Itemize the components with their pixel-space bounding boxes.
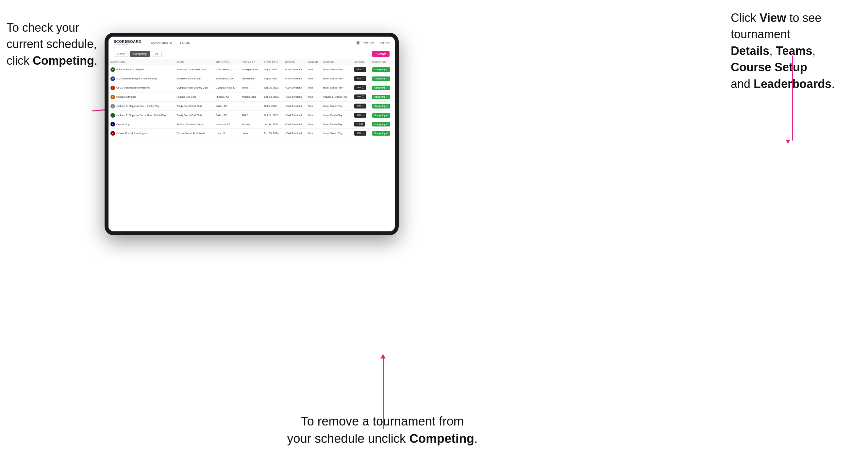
scoreboard-title: SCOREBOARD: [114, 40, 141, 43]
cell-start-date: Jan 14, 2024: [262, 120, 283, 129]
cell-start-date: Sep 15, 2023: [262, 83, 283, 92]
view-button[interactable]: View ⓘ: [354, 131, 366, 136]
cell-competing: Competing: [370, 92, 395, 102]
competing-button[interactable]: Competing: [372, 86, 391, 90]
cell-hosted-by: ABAC: [240, 111, 262, 120]
cell-gender: Men: [306, 83, 321, 92]
cell-actions: View ⓘ: [352, 111, 370, 120]
cell-city: Maricopa, AZ: [214, 120, 240, 129]
arrow-bottom-line: [383, 357, 384, 429]
event-name-text: 2023 Sahalee Players Championship: [116, 77, 157, 80]
cell-hosted-by: Hawaii: [240, 129, 262, 138]
edit-button[interactable]: ✏ Edit: [354, 122, 365, 126]
tab-all[interactable]: All: [152, 51, 162, 57]
cell-event-name: H John A. Burns Intercollegiate: [108, 129, 175, 138]
team-logo: W: [111, 76, 115, 81]
cell-scoring: team, Match Play: [321, 111, 352, 120]
view-button[interactable]: View ⓘ: [354, 113, 366, 118]
bottom-annotation: To remove a tournament from your schedul…: [268, 413, 497, 447]
tab-home[interactable]: Home: [114, 51, 128, 57]
cell-start-date: Oct 9, 2023: [262, 102, 283, 111]
cell-city: Olympia Fields, IL: [214, 83, 240, 92]
col-scoring: SCORING: [321, 59, 352, 65]
cell-hosted-by: Michigan State: [240, 65, 262, 74]
col-city-state: CITY, STATE: [214, 59, 240, 65]
cell-competing: Competing: [370, 129, 395, 138]
table-row: I OFCC Fighting Illini Invitational Olym…: [108, 83, 395, 92]
cell-gender: Men: [306, 129, 321, 138]
cell-division: NCAA Division I: [283, 74, 306, 83]
col-division: DIVISION: [283, 59, 306, 65]
event-name-text: Jackson T. Stephens Cup – Men's Match Pl…: [116, 114, 166, 117]
cell-actions: View ⓘ: [352, 65, 370, 74]
table-row: A Copper Cup Ak-Chin Southern DunesMaric…: [108, 120, 395, 129]
tab-competing[interactable]: Competing: [130, 51, 150, 57]
view-button[interactable]: View ⓘ: [354, 103, 366, 108]
create-button[interactable]: + Create: [372, 51, 390, 57]
cell-competing: Competing: [370, 83, 395, 92]
nav-tournaments[interactable]: TOURNAMENTS: [148, 41, 173, 44]
cell-gender: Men: [306, 65, 321, 74]
cell-city: Grand Haven, MI: [214, 65, 240, 74]
cell-actions: View ⓘ: [352, 74, 370, 83]
col-actions: ACTIONS: [352, 59, 370, 65]
arrow-bottom-head: [380, 354, 385, 359]
team-logo: M: [111, 67, 115, 72]
col-hosted-by: HOSTED BY: [240, 59, 262, 65]
cell-start-date: Sep 9, 2023: [262, 74, 283, 83]
event-name-text: Folds of Honor Collegiate: [116, 68, 144, 71]
competing-button[interactable]: Competing: [372, 104, 391, 108]
cell-competing: Competing: [370, 120, 395, 129]
cell-gender: Men: [306, 120, 321, 129]
view-button[interactable]: View ⓘ: [354, 67, 366, 72]
filter-tabs: Home Competing All: [114, 51, 162, 57]
scoreboard-logo: SCOREBOARD Powered by clippi: [114, 40, 141, 45]
table-row: W 2023 Sahalee Players Championship Saha…: [108, 74, 395, 83]
cell-city: Phoenix, AZ: [214, 92, 240, 102]
view-button[interactable]: View ⓘ: [354, 85, 366, 90]
cell-event-name: I OFCC Fighting Illini Invitational: [108, 83, 175, 92]
cell-event-name: M Folds of Honor Collegiate: [108, 65, 175, 74]
cell-hosted-by: Washington: [240, 74, 262, 83]
cell-scoring: team, Stroke Play: [321, 129, 352, 138]
cell-hosted-by: [240, 102, 262, 111]
cell-actions: View ⓘ: [352, 92, 370, 102]
col-gender: GENDER: [306, 59, 321, 65]
cell-venue: Olympia Fields Country Club: [175, 83, 213, 92]
cell-venue: American Dunes Golf Club: [175, 65, 213, 74]
table-row: J Jackson T. Stephens Cup – Men's Match …: [108, 111, 395, 120]
cell-scoring: individual, Stroke Play: [321, 92, 352, 102]
competing-button[interactable]: Competing: [372, 122, 391, 126]
cell-event-name: J Jackson T. Stephens Cup – Men's Match …: [108, 111, 175, 120]
cell-division: NCAA Division I: [283, 92, 306, 102]
table-container[interactable]: EVENT NAME VENUE CITY, STATE HOSTED BY S…: [108, 59, 395, 231]
tournaments-table: EVENT NAME VENUE CITY, STATE HOSTED BY S…: [108, 59, 395, 138]
cell-venue: Trinity Forest Golf Club: [175, 111, 213, 120]
cell-division: NCAA Division I: [283, 83, 306, 92]
competing-button[interactable]: Competing: [372, 131, 391, 136]
col-start-date: START DATE: [262, 59, 283, 65]
cell-actions: View ⓘ: [352, 129, 370, 138]
competing-button[interactable]: Competing: [372, 76, 391, 81]
cell-start-date: Sep 4, 2023: [262, 65, 283, 74]
cell-actions: View ⓘ: [352, 83, 370, 92]
team-logo: P: [111, 95, 115, 99]
top-left-annotation: To check your current schedule, click Co…: [6, 20, 111, 69]
competing-button[interactable]: Competing: [372, 95, 391, 99]
view-button[interactable]: View ⓘ: [354, 94, 366, 99]
nav-right: 👤 Test User | Sign out: [356, 40, 390, 45]
cell-city: Dallas, TX: [214, 102, 240, 111]
competing-button[interactable]: Competing: [372, 113, 391, 118]
competing-button[interactable]: Competing: [372, 67, 391, 72]
cell-venue: Ocean Course At Hokuala: [175, 129, 213, 138]
sign-out-link[interactable]: Sign out: [380, 41, 390, 44]
team-logo: J: [111, 104, 115, 108]
tablet-frame: SCOREBOARD Powered by clippi TOURNAMENTS…: [104, 33, 399, 235]
nav-teams[interactable]: TEAMS: [179, 41, 191, 44]
table-header-row: EVENT NAME VENUE CITY, STATE HOSTED BY S…: [108, 59, 395, 65]
view-button[interactable]: View ⓘ: [354, 76, 366, 81]
scoreboard-subtitle: Powered by clippi: [114, 43, 141, 45]
cell-gender: Men: [306, 92, 321, 102]
cell-competing: Competing: [370, 111, 395, 120]
col-event-name: EVENT NAME: [108, 59, 175, 65]
